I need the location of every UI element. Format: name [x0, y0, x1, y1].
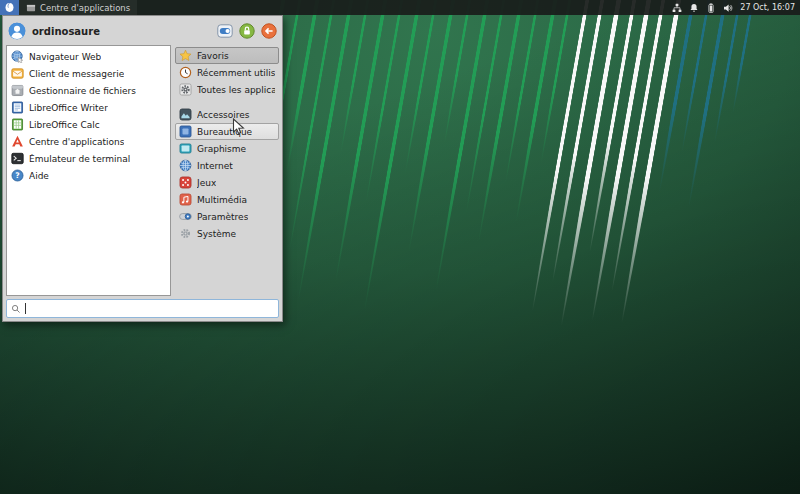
category-item-favoris[interactable]: Favoris [175, 47, 279, 64]
category-item-accessoires[interactable]: Accessoires [175, 106, 279, 123]
calc-icon [11, 118, 24, 131]
category-item-internet[interactable]: Internet [175, 157, 279, 174]
logout-button[interactable] [261, 23, 277, 39]
category-item-toutes-les-applications[interactable]: Toutes les applications [175, 81, 279, 98]
category-item-graphisme[interactable]: Graphisme [175, 140, 279, 157]
item-label: Favoris [197, 51, 229, 61]
item-label: Multimédia [197, 195, 247, 205]
wallpaper-stripe [514, 0, 558, 223]
file-manager-icon [11, 84, 24, 97]
wallpaper-stripe [365, 0, 404, 203]
wallpaper-stripe [610, 0, 666, 292]
category-list: FavorisRécemment utiliséesToutes les app… [175, 45, 279, 296]
text-caret [25, 303, 26, 314]
notifications-icon[interactable] [689, 3, 699, 13]
wallpaper-stripe [504, 0, 540, 183]
wallpaper-stripe [339, 0, 370, 154]
star-icon [179, 49, 192, 62]
mail-icon [11, 67, 24, 80]
all-apps-icon [179, 83, 192, 96]
games-icon [179, 176, 192, 189]
settings-manager-button[interactable] [217, 23, 233, 39]
help-icon: ? [11, 169, 24, 182]
search-input[interactable] [30, 304, 274, 314]
wallpaper-stripe [619, 0, 682, 323]
wallpaper-stripe [590, 0, 652, 321]
favorite-item-client-de-messagerie[interactable]: Client de messagerie [7, 65, 170, 82]
internet-icon [179, 159, 192, 172]
wallpaper-stripe [540, 0, 572, 164]
category-item-jeux[interactable]: Jeux [175, 174, 279, 191]
item-label: Paramètres [197, 212, 248, 222]
wallpaper-stripe [559, 0, 622, 326]
item-label: Centre d'applications [29, 137, 124, 147]
logout-arrow-icon [261, 23, 277, 39]
favorite-item-gestionnaire-de-fichiers[interactable]: Gestionnaire de fichiers [7, 82, 170, 99]
svg-text:?: ? [15, 171, 19, 180]
wallpaper-stripe [465, 0, 506, 213]
item-label: Gestionnaire de fichiers [29, 86, 136, 96]
system-icon [179, 227, 192, 240]
top-panel: Centre d'applications 27 Oct, 16:07 [0, 0, 800, 15]
user-avatar-icon [8, 22, 26, 40]
search-box[interactable] [6, 299, 279, 318]
wallpaper-stripe [285, 0, 320, 174]
favorite-item-libreoffice-calc[interactable]: LibreOffice Calc [7, 116, 170, 133]
xubuntu-mouse-icon [4, 0, 15, 17]
category-item-systeme[interactable]: Système [175, 225, 279, 242]
favorite-item-libreoffice-writer[interactable]: LibreOffice Writer [7, 99, 170, 116]
toggle-icon [217, 23, 233, 39]
item-label: LibreOffice Writer [29, 103, 108, 113]
favorite-item-emulateur-de-terminal[interactable]: Émulateur de terminal [7, 150, 170, 167]
window-list-button[interactable]: Centre d'applications [19, 0, 137, 15]
item-label: Émulateur de terminal [29, 154, 130, 164]
item-label: Internet [197, 161, 233, 171]
search-icon [11, 299, 21, 318]
wallpaper-stripe [713, 0, 742, 144]
mouse-cursor [232, 118, 245, 141]
item-label: Système [197, 229, 236, 239]
network-icon[interactable] [672, 3, 682, 13]
whisker-menu: ordinosaure Navigateur WebClient de mess… [2, 15, 283, 322]
wallpaper-stripe [731, 0, 755, 114]
favorite-item-centre-d-applications[interactable]: Centre d'applications [7, 133, 170, 150]
system-tray: 27 Oct, 16:07 [672, 3, 800, 13]
category-item-recemment-utilisees[interactable]: Récemment utilisées [175, 64, 279, 81]
item-label: LibreOffice Calc [29, 120, 100, 130]
item-label: Aide [29, 171, 49, 181]
category-item-multimedia[interactable]: Multimédia [175, 191, 279, 208]
category-item-bureautique[interactable]: Bureautique [175, 123, 279, 140]
item-label: Navigateur Web [29, 52, 101, 62]
category-item-parametres[interactable]: Paramètres [175, 208, 279, 225]
multimedia-icon [179, 193, 192, 206]
wallpaper-stripe [680, 0, 711, 154]
applications-menu-button[interactable] [0, 0, 19, 15]
recent-clock-icon [179, 66, 192, 79]
clock[interactable]: 27 Oct, 16:07 [740, 3, 795, 12]
lock-icon [239, 23, 255, 39]
username: ordinosaure [32, 26, 211, 37]
item-label: Jeux [197, 178, 216, 188]
window-title: Centre d'applications [40, 3, 130, 13]
menu-header: ordinosaure [6, 19, 279, 43]
settings-icon [179, 210, 192, 223]
favorite-item-navigateur-web[interactable]: Navigateur Web [7, 48, 170, 65]
terminal-icon [11, 152, 24, 165]
window-icon [26, 0, 36, 17]
desktop: Centre d'applications 27 Oct, 16:07 ordi… [0, 0, 800, 494]
item-label: Client de messagerie [29, 69, 124, 79]
office-icon [179, 125, 192, 138]
item-label: Toutes les applications [197, 85, 275, 95]
app-center-icon [11, 135, 24, 148]
writer-icon [11, 101, 24, 114]
favorite-item-aide[interactable]: ?Aide [7, 167, 170, 184]
battery-icon[interactable] [706, 3, 716, 13]
lock-screen-button[interactable] [239, 23, 255, 39]
accessories-icon [179, 108, 192, 121]
item-label: Récemment utilisées [197, 68, 275, 78]
wallpaper-stripe [404, 0, 438, 174]
item-label: Graphisme [197, 144, 246, 154]
web-browser-icon [11, 50, 24, 63]
favorites-list: Navigateur WebClient de messagerieGestio… [6, 45, 171, 296]
volume-icon[interactable] [723, 3, 733, 13]
